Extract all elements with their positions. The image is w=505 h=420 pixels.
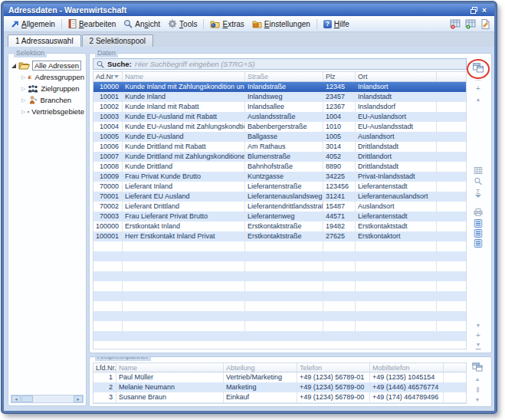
menu-hilfe[interactable]: ? Hilfe — [320, 18, 353, 30]
tree-item-adressgruppen[interactable]: ▷ Adressgruppen — [11, 71, 84, 83]
table-row-empty — [93, 281, 466, 291]
tree-collapsed-icon[interactable]: ▷ — [21, 109, 25, 114]
table-row[interactable]: 3Susanne BraunEinkauf+49 (1234) 56789-00… — [93, 392, 466, 402]
import-table-green-button[interactable] — [465, 19, 477, 29]
daten-groupbox: Daten Suche: Hier Suchbegriff eingeben (… — [89, 53, 492, 353]
scroll-down-icon[interactable]: ▼ — [475, 396, 480, 404]
tree-item-vertriebsgebiete[interactable]: ▷ Vertriebsgebiete — [11, 106, 84, 117]
table-row[interactable]: 100001Herr Erstkontakt Inland PrivatErst… — [93, 231, 466, 241]
menu-label: Extras — [222, 20, 244, 28]
menu-einstellungen[interactable]: Einstellungen — [248, 18, 314, 30]
scroll-grip-icon[interactable]: ||| — [476, 386, 478, 393]
column-header-name[interactable]: Name — [116, 363, 224, 372]
tab-adressauswahl[interactable]: 1 Adressauswahl — [8, 34, 81, 47]
table-row[interactable]: 10003Kunde EU-Ausland mit RabattAuslands… — [93, 112, 466, 122]
layout-list-icon[interactable] — [474, 219, 483, 228]
column-header-adnr[interactable]: Ad.Nr — [93, 72, 123, 81]
tabstrip: 1 Adressauswahl 2 Selektionspool — [4, 32, 494, 47]
cell: 1 — [93, 372, 116, 382]
column-chooser-icon[interactable] — [473, 63, 484, 73]
cell: 23457 — [323, 92, 356, 102]
scroll-down-icon[interactable]: ▼ — [476, 322, 481, 330]
export-table-red-button[interactable] — [450, 19, 461, 29]
column-header-telefon[interactable]: Telefon — [297, 363, 370, 372]
print-icon[interactable] — [474, 208, 483, 216]
ansprechpartner-table: Lfd.Nr. Name Abteilung Telefon Mobiltele… — [93, 363, 467, 404]
cell — [245, 271, 323, 281]
table-row[interactable]: 2Melanie NeumannMarketing+49 (1234) 5678… — [93, 382, 466, 392]
table-row[interactable]: 70002Lieferant DrittlandLieferantendritt… — [93, 202, 466, 212]
layout-list-icon[interactable] — [474, 229, 483, 238]
table-row[interactable]: 1Paul MüllerVertrieb/Marketing+49 (1234)… — [93, 372, 466, 382]
layout-list-icon[interactable] — [474, 239, 483, 248]
menu-extras[interactable]: Extras — [206, 18, 248, 30]
cell: 100000 — [93, 221, 123, 231]
scroll-up-icon[interactable]: ▲ — [475, 376, 480, 383]
cell — [245, 321, 323, 331]
cell — [93, 291, 123, 301]
column-chooser-icon[interactable] — [472, 363, 483, 372]
scroll-left-button[interactable]: ◄ — [11, 395, 21, 402]
tree-item-zielgruppen[interactable]: ▷ Zielgruppen — [11, 83, 84, 94]
menu-bearbeiten[interactable]: Bearbeiten — [64, 18, 120, 30]
ansprechpartner-groupbox: Ansprechpartner Lfd.Nr. Name Abteilung T… — [89, 356, 492, 407]
tab-selektionspool[interactable]: 2 Selektionspool — [82, 34, 153, 47]
table-row[interactable]: 70001Lieferant EU AuslandLieferantenausl… — [93, 192, 466, 202]
cell — [245, 281, 323, 291]
grid-view-icon[interactable] — [474, 167, 483, 174]
filter-icon[interactable] — [475, 198, 481, 205]
column-header-lfdnr[interactable]: Lfd.Nr. — [93, 363, 116, 372]
tree-collapsed-icon[interactable]: ▷ — [21, 74, 25, 80]
tree-root-label[interactable]: Alle Adressen — [32, 61, 81, 71]
close-button[interactable]: × — [479, 5, 490, 15]
tree-root-alle-adressen[interactable]: Alle Adressen — [11, 60, 84, 71]
table-row[interactable]: 10002Kunde Inland mit RabattInlandsallee… — [93, 102, 466, 112]
table-row[interactable]: 10009Frau Privat Kunde BruttoKuntzgasse3… — [93, 172, 466, 182]
search-box[interactable]: Suche: Hier Suchbegriff eingeben (STRG+S… — [93, 58, 467, 70]
table-row[interactable]: 10006Kunde Drittland mit RabattAm Rathau… — [93, 142, 466, 152]
table-row[interactable]: 100000Erstkontakt InlandErstkontaktstraß… — [93, 221, 466, 231]
restore-button[interactable] — [468, 5, 479, 15]
tree-collapsed-icon[interactable]: ▷ — [21, 86, 25, 91]
table-row-empty — [93, 321, 466, 331]
tree-collapsed-icon[interactable]: ▷ — [21, 97, 25, 103]
column-header-mobiltelefon[interactable]: Mobiltelefon — [370, 363, 444, 372]
table-row[interactable]: 10007Kunde Drittland mit Zahlungskonditi… — [93, 152, 466, 162]
table-row[interactable]: 10000Kunde Inland mit Zahlungskondition … — [93, 82, 466, 92]
append-row-icon[interactable]: + — [476, 332, 480, 340]
tree-expanded-icon[interactable] — [11, 64, 16, 68]
cell — [437, 112, 466, 122]
column-header-abteilung[interactable]: Abteilung — [224, 363, 297, 372]
scroll-right-button[interactable]: ► — [74, 395, 83, 402]
table-row[interactable]: 10004Kunde EU-Ausland mit Zahlungskondti… — [93, 122, 466, 132]
table-row-empty — [93, 251, 466, 261]
scroll-up-icon[interactable]: ▲ — [476, 96, 481, 103]
jump-to-end-icon[interactable]: ▼ — [476, 341, 481, 350]
table-row-empty — [93, 402, 466, 404]
search-tool-icon[interactable] — [474, 177, 483, 185]
tree-item-branchen[interactable]: ▷ Branchen — [11, 94, 84, 106]
column-header-plz[interactable]: Plz — [323, 72, 356, 81]
table-row[interactable]: 10001Kunde InlandInlandsweg23457Inlandst… — [93, 92, 466, 102]
cell — [370, 402, 444, 404]
table-row[interactable]: 70003Frau Lieferant Privat BruttoLiefera… — [93, 212, 466, 221]
cell — [437, 212, 466, 221]
menu-ansicht[interactable]: Ansicht — [120, 18, 164, 30]
new-document-button[interactable] — [480, 19, 490, 29]
scroll-thumb[interactable] — [21, 395, 33, 402]
horizontal-scrollbar[interactable]: ◄ ► — [11, 395, 84, 403]
menu-allgemein[interactable]: Allgemein — [7, 18, 59, 30]
collapse-dash-icon[interactable]: — — [475, 76, 481, 84]
table-row[interactable]: 10005Kunde EU-AuslandBallgasse1005Auslan… — [93, 132, 466, 142]
column-header-ort[interactable]: Ort — [356, 72, 437, 81]
column-header-name[interactable]: Name — [123, 72, 245, 81]
new-document-icon — [480, 19, 490, 29]
cell: 1004 — [323, 112, 356, 122]
column-header-strasse[interactable]: Straße — [245, 72, 323, 81]
table-row[interactable]: 70000Lieferant InlandLieferantenstraße12… — [93, 182, 466, 192]
cell: 70003 — [93, 212, 123, 221]
cell: +49 (1446) 46576774 — [370, 382, 444, 392]
menu-tools[interactable]: Tools — [164, 18, 201, 30]
table-row[interactable]: 10008Kunde DrittlandBahnhofstraße8890Dri… — [93, 162, 466, 172]
add-row-icon[interactable]: + — [476, 85, 480, 93]
